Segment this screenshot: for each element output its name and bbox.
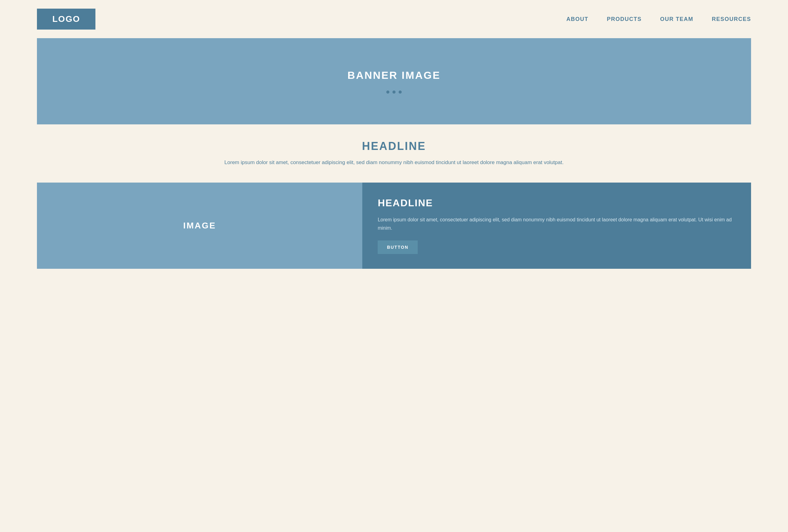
- nav-item-about[interactable]: ABOUT: [566, 16, 589, 22]
- dot-3[interactable]: [399, 91, 402, 94]
- text-panel: HEADLINE Lorem ipsum dolor sit amet, con…: [362, 182, 751, 269]
- headline-section: HEADLINE Lorem ipsum dolor sit amet, con…: [37, 140, 751, 167]
- image-label: IMAGE: [183, 221, 216, 231]
- banner-label: BANNER IMAGE: [348, 69, 440, 81]
- logo-text: LOGO: [52, 14, 80, 24]
- cta-button[interactable]: BUTTON: [378, 240, 418, 254]
- text-panel-body: Lorem ipsum dolor sit amet, consectetuer…: [378, 216, 736, 232]
- banner-section: BANNER IMAGE: [37, 38, 751, 124]
- header: LOGO ABOUT PRODUCTS OUR TEAM RESOURCES: [0, 0, 788, 38]
- nav-item-our-team[interactable]: OUR TEAM: [660, 16, 693, 22]
- nav: ABOUT PRODUCTS OUR TEAM RESOURCES: [566, 16, 751, 22]
- logo: LOGO: [37, 8, 95, 29]
- main-content: BANNER IMAGE HEADLINE Lorem ipsum dolor …: [0, 38, 788, 287]
- nav-item-resources[interactable]: RESOURCES: [712, 16, 751, 22]
- banner-dots[interactable]: [386, 91, 402, 94]
- nav-item-products[interactable]: PRODUCTS: [607, 16, 642, 22]
- headline-title: HEADLINE: [68, 140, 720, 153]
- dot-1[interactable]: [386, 91, 389, 94]
- headline-body: Lorem ipsum dolor sit amet, consectetuer…: [68, 158, 720, 167]
- image-panel: IMAGE: [37, 182, 362, 269]
- dot-2[interactable]: [392, 91, 396, 94]
- image-text-section: IMAGE HEADLINE Lorem ipsum dolor sit ame…: [37, 182, 751, 269]
- text-panel-headline: HEADLINE: [378, 197, 736, 209]
